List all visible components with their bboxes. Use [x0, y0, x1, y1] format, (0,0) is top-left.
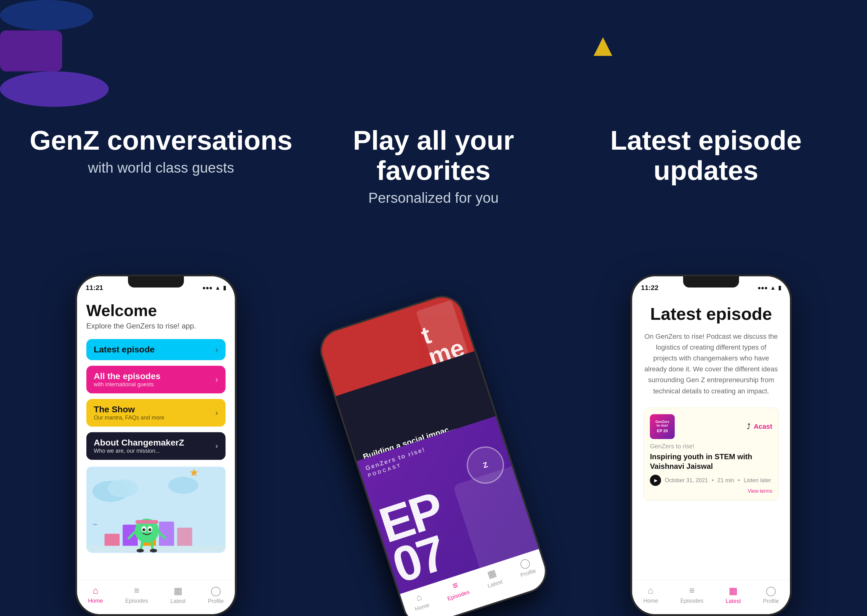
svg-point-2 — [107, 479, 138, 497]
phone1-screen: 11:21 ●●● ▲ ▮ Welcome Explore the GenZer… — [77, 277, 235, 614]
column3-heading: Latest episode updates — [570, 126, 842, 189]
phone3-nav-latest[interactable]: ▦ Latest — [725, 585, 741, 608]
bg-shape-left — [0, 0, 93, 30]
menu-btn-latest-title: Latest episode — [94, 345, 215, 355]
menu-btn-about-text: About ChangemakerZ Who we are, our missi… — [94, 438, 215, 454]
the-show-button[interactable]: The Show Our mantra, FAQs and more › — [87, 399, 225, 427]
phone1-nav-episodes[interactable]: ≡ Episodes — [125, 585, 148, 608]
latest-episode-button[interactable]: Latest episode › — [87, 339, 225, 360]
episode-separator1: • — [712, 477, 714, 484]
menu-btn-about-title: About ChangemakerZ — [94, 438, 215, 448]
svg-point-15 — [142, 528, 145, 531]
home-label-3: Home — [644, 598, 658, 604]
wifi-icon-3: ▲ — [770, 285, 776, 291]
wifi-icon: ▲ — [215, 285, 220, 291]
latest-icon-2: ▦ — [486, 567, 498, 580]
phone1-bottom-nav: ⌂ Home ≡ Episodes ▦ Latest ◯ — [77, 580, 235, 614]
menu-btn-episodes-text: All the episodes with international gues… — [94, 371, 215, 388]
phone3-nav-episodes[interactable]: ≡ Episodes — [680, 585, 703, 608]
svg-point-16 — [148, 528, 151, 531]
episodes-label: Episodes — [125, 598, 148, 604]
latest-label: Latest — [170, 598, 186, 605]
phone3-description: On GenZers to rise! Podcast we discuss t… — [644, 331, 779, 396]
profile-icon-3: ◯ — [766, 585, 776, 596]
phone3-time: 11:22 — [641, 284, 658, 292]
headings-row: GenZ conversations with world class gues… — [0, 107, 867, 206]
phone2-nav-latest[interactable]: ▦ Latest — [483, 566, 506, 598]
episodes-icon-2: ≡ — [451, 580, 459, 591]
battery-icon: ▮ — [223, 284, 226, 291]
phone2-wrapper: tme Building a social impac...media comp… — [325, 212, 542, 616]
phone2-screen: tme Building a social impac...media comp… — [316, 292, 551, 616]
home-icon: ⌂ — [93, 585, 98, 596]
svg-text:~: ~ — [92, 520, 97, 530]
red-card-image — [416, 300, 469, 365]
phone1-frame: 11:21 ●●● ▲ ▮ Welcome Explore the GenZer… — [75, 275, 237, 616]
page-wrapper: GenZ conversations with world class gues… — [0, 0, 867, 616]
phone2-nav-episodes[interactable]: ≡ Episodes — [443, 577, 474, 611]
acast-label: Acast — [754, 423, 772, 431]
view-terms-link[interactable]: View terms — [650, 489, 772, 494]
phone3-screen: 11:22 ●●● ▲ ▮ Latest episode On GenZers … — [632, 277, 790, 614]
episodes-arrow-icon: › — [215, 375, 218, 384]
show-arrow-icon: › — [215, 408, 218, 418]
phone3-container: 11:22 ●●● ▲ ▮ Latest episode On GenZers … — [630, 275, 792, 616]
latest-icon: ▦ — [174, 585, 183, 596]
episode-thumb-text: GenZers to rise! EP 20 — [655, 420, 669, 433]
svg-rect-17 — [135, 520, 159, 524]
svg-point-22 — [136, 549, 143, 553]
latest-icon-3: ▦ — [729, 585, 738, 596]
podcast-name: GenZers to rise! — [650, 443, 772, 450]
phone3-status-right: ●●● ▲ ▮ — [758, 284, 781, 291]
episode-card-header: GenZers to rise! EP 20 ⤴ Acast — [650, 414, 772, 439]
phone1-nav-home[interactable]: ⌂ Home — [88, 585, 103, 608]
phone1-content: Welcome Explore the GenZers to rise! app… — [77, 295, 235, 553]
menu-btn-about-subtitle: Who we are, our mission... — [94, 448, 215, 454]
phone2-frame: tme Building a social impac...media comp… — [315, 290, 552, 616]
phone3-nav-profile[interactable]: ◯ Profile — [763, 585, 779, 608]
phone1-nav-profile[interactable]: ◯ Profile — [208, 585, 223, 608]
phone3-title: Latest episode — [644, 304, 779, 324]
menu-btn-show-title: The Show — [94, 405, 215, 415]
phone3-nav-home[interactable]: ⌂ Home — [644, 585, 658, 608]
col1-title: GenZ conversations — [25, 126, 297, 156]
latest-label-3: Latest — [725, 598, 741, 605]
mascot-svg: ★ ~ — [87, 466, 225, 553]
home-icon-3: ⌂ — [648, 585, 654, 596]
home-icon-2: ⌂ — [415, 591, 423, 603]
column2-heading: Play all your favorites Personalized for… — [297, 126, 570, 206]
menu-btn-show-subtitle: Our mantra, FAQs and more — [94, 415, 215, 421]
episode-duration: 21 min — [718, 477, 734, 484]
svg-point-23 — [150, 549, 157, 553]
phone3-notch — [683, 277, 739, 288]
home-label: Home — [88, 598, 103, 604]
column1-heading: GenZ conversations with world class gues… — [25, 126, 297, 176]
phone3-content: Latest episode On GenZers to rise! Podca… — [632, 295, 790, 510]
phone1-notch — [128, 277, 184, 288]
episodes-label-2: Episodes — [447, 589, 470, 602]
phones-container: 11:21 ●●● ▲ ▮ Welcome Explore the GenZer… — [0, 212, 867, 616]
phone2-nav-profile[interactable]: ◯ Profile — [516, 555, 540, 588]
profile-icon-2: ◯ — [518, 556, 532, 570]
latest-arrow-icon: › — [215, 345, 218, 355]
episode-thumbnail: GenZers to rise! EP 20 — [650, 414, 675, 439]
phone1-status-right: ●●● ▲ ▮ — [202, 284, 226, 291]
phone1-nav-latest[interactable]: ▦ Latest — [170, 585, 186, 608]
about-changemakerz-button[interactable]: About ChangemakerZ Who we are, our missi… — [87, 432, 225, 460]
play-button[interactable]: ▶ — [650, 475, 661, 486]
episode-title: Inspiring youth in STEM with Vaishnavi J… — [650, 452, 772, 471]
profile-icon: ◯ — [211, 585, 221, 596]
signal-icon-3: ●●● — [758, 285, 768, 291]
play-icon: ▶ — [654, 478, 658, 483]
svg-point-3 — [168, 477, 198, 494]
menu-btn-episodes-subtitle: with international guests — [94, 381, 215, 388]
share-icon[interactable]: ⤴ — [747, 422, 751, 431]
phone3-bottom-nav: ⌂ Home ≡ Episodes ▦ Latest ◯ — [632, 580, 790, 614]
signal-icon: ●●● — [202, 285, 212, 291]
menu-btn-episodes-title: All the episodes — [94, 371, 215, 381]
episodes-icon: ≡ — [134, 585, 140, 596]
menu-btn-latest-text: Latest episode — [94, 345, 215, 355]
all-episodes-button[interactable]: All the episodes with international gues… — [87, 366, 225, 393]
episode-meta: ▶ October 31, 2021 • 21 min • Listen lat… — [650, 475, 772, 486]
phone2-nav-home[interactable]: ⌂ Home — [411, 590, 433, 616]
